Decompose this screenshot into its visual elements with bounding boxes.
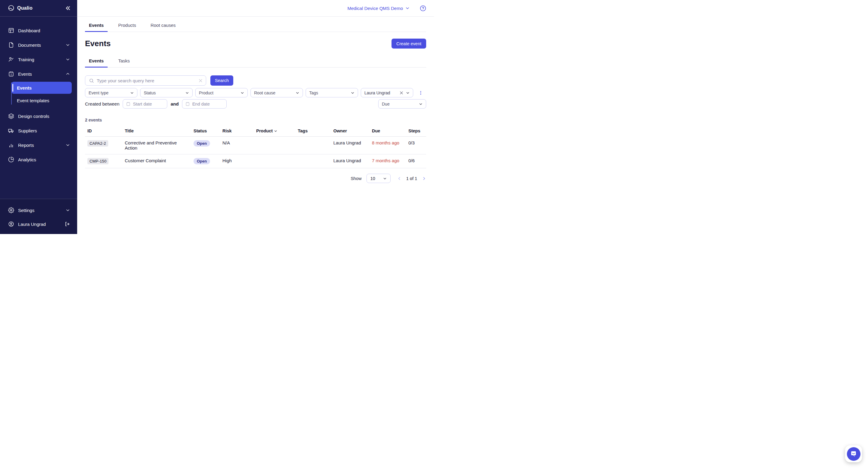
- truck-icon: [8, 127, 14, 134]
- sidebar-nav: Dashboard Documents Training: [0, 17, 77, 199]
- sidebar-item-design-controls[interactable]: Design controls: [0, 109, 77, 123]
- title-row: Events Create event: [85, 38, 426, 49]
- sidebar-item-label: Events: [18, 71, 32, 77]
- search-button[interactable]: Search: [210, 76, 233, 86]
- sidebar-subitem-event-templates[interactable]: Event templates: [11, 94, 72, 107]
- sidebar-item-label: Documents: [18, 42, 41, 48]
- clear-search-icon[interactable]: [198, 79, 203, 83]
- due-filter-label: Due: [382, 101, 390, 107]
- sidebar-item-label: Reports: [18, 143, 34, 148]
- active-indicator-bar: [12, 84, 13, 92]
- user-avatar-icon: [8, 221, 14, 227]
- dashboard-icon: [8, 27, 14, 33]
- sidebar-item-label: Analytics: [18, 157, 36, 162]
- event-risk: N/A: [220, 137, 254, 149]
- logout-icon[interactable]: [64, 221, 70, 227]
- page-title: Events: [85, 39, 111, 48]
- tab-root-causes[interactable]: Root causes: [147, 21, 179, 32]
- page-size-select[interactable]: 10: [367, 174, 391, 183]
- create-event-button[interactable]: Create event: [392, 38, 426, 49]
- sidebar-item-documents[interactable]: Documents: [0, 38, 77, 52]
- prev-page-icon[interactable]: [397, 176, 401, 181]
- sort-chevron-icon: [274, 129, 277, 133]
- chevron-down-icon: [66, 43, 70, 47]
- and-label: and: [170, 101, 179, 107]
- chevron-down-icon: [66, 57, 70, 61]
- next-page-icon[interactable]: [422, 176, 426, 181]
- search-row: Search: [85, 76, 426, 86]
- status-badge: Open: [193, 140, 210, 147]
- search-icon: [89, 78, 94, 83]
- col-header-product[interactable]: Product: [254, 125, 296, 136]
- col-header-risk: Risk: [220, 125, 254, 136]
- sidebar-item-training[interactable]: Training: [0, 52, 77, 67]
- chevron-down-icon: [66, 143, 70, 147]
- event-tags: [296, 137, 331, 144]
- pagination: Show 10 1 of 1: [85, 174, 426, 183]
- sidebar-logo-row: Qualio: [0, 0, 77, 17]
- sidebar-item-suppliers[interactable]: Suppliers: [0, 123, 77, 138]
- sidebar-collapse-icon[interactable]: [65, 5, 70, 11]
- event-title[interactable]: Corrective and Preventive Action: [122, 137, 191, 154]
- table-row[interactable]: CAPA2-2 Corrective and Preventive Action…: [85, 137, 426, 154]
- end-date-input[interactable]: End date: [182, 99, 227, 109]
- chevron-down-icon: [66, 208, 70, 212]
- date-filter-row: Created between Start date and End date …: [85, 99, 426, 109]
- event-type-filter[interactable]: Event type: [85, 88, 137, 97]
- event-due: 7 months ago: [370, 154, 406, 167]
- sidebar-item-label: Design controls: [18, 114, 49, 119]
- filter-label: Status: [144, 90, 156, 95]
- filter-label: Product: [199, 90, 213, 95]
- sidebar-item-settings[interactable]: Settings: [0, 203, 77, 217]
- col-header-id: ID: [85, 125, 122, 136]
- calendar-icon: [126, 101, 130, 106]
- sidebar-item-label: Settings: [18, 208, 34, 213]
- table-row[interactable]: CMP-150 Customer Complaint Open High Lau…: [85, 154, 426, 168]
- sidebar-item-dashboard[interactable]: Dashboard: [0, 23, 77, 38]
- gear-icon: [8, 207, 14, 213]
- main-area: Medical Device QMS Demo Events Products …: [77, 0, 434, 234]
- tags-filter[interactable]: Tags: [306, 88, 358, 97]
- product-filter[interactable]: Product: [195, 88, 248, 97]
- sidebar-subitem-label: Event templates: [17, 98, 50, 103]
- sidebar-item-user[interactable]: Laura Ungrad: [0, 217, 77, 231]
- tab-events[interactable]: Events: [85, 21, 107, 32]
- event-id-badge: CMP-150: [87, 158, 108, 164]
- filter-label: Event type: [89, 90, 108, 95]
- event-id-badge: CAPA2-2: [87, 140, 108, 147]
- start-date-input[interactable]: Start date: [123, 99, 167, 109]
- sidebar-item-label: Dashboard: [18, 28, 40, 33]
- search-box: [85, 76, 206, 86]
- bar-chart-icon: [8, 142, 14, 148]
- owner-filter-chip[interactable]: Laura Ungrad: [361, 88, 413, 97]
- due-filter[interactable]: Due: [378, 99, 426, 109]
- sidebar-item-events[interactable]: Events: [0, 67, 77, 81]
- page-content: Events Products Root causes Events Creat…: [77, 17, 434, 234]
- remove-owner-filter-icon[interactable]: [399, 91, 404, 95]
- chevron-down-icon: [351, 91, 354, 95]
- sidebar-bottom: Settings Laura Ungrad: [0, 199, 77, 234]
- sidebar-item-reports[interactable]: Reports: [0, 138, 77, 152]
- subtab-tasks[interactable]: Tasks: [114, 56, 133, 67]
- sidebar-item-analytics[interactable]: Analytics: [0, 152, 77, 167]
- qualio-logo-icon: [7, 4, 15, 12]
- org-selector[interactable]: Medical Device QMS Demo: [347, 6, 410, 11]
- show-label: Show: [350, 176, 361, 181]
- help-icon[interactable]: [420, 5, 426, 11]
- status-filter[interactable]: Status: [140, 88, 193, 97]
- chevron-up-icon: [66, 72, 70, 76]
- more-filters-kebab-icon[interactable]: [418, 90, 423, 96]
- tab-products[interactable]: Products: [114, 21, 140, 32]
- calendar-alert-icon: [8, 71, 14, 77]
- col-header-status: Status: [191, 125, 220, 136]
- event-title[interactable]: Customer Complaint: [122, 154, 191, 167]
- sidebar: Qualio Dashboard Documents: [0, 0, 77, 234]
- event-due: 8 months ago: [370, 137, 406, 149]
- sidebar-subitem-events[interactable]: Events: [11, 82, 72, 94]
- search-input[interactable]: [97, 78, 195, 83]
- subtab-events[interactable]: Events: [85, 56, 107, 67]
- root-cause-filter[interactable]: Root cause: [250, 88, 303, 97]
- chevron-down-icon: [419, 102, 423, 106]
- topbar: Medical Device QMS Demo: [77, 0, 434, 17]
- chevron-down-icon: [405, 6, 410, 10]
